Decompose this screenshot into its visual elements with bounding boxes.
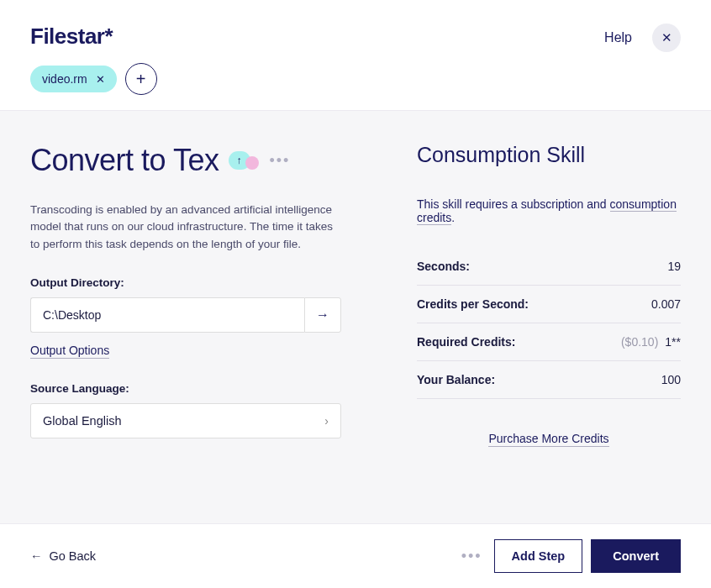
go-back-button[interactable]: ← Go Back [30, 549, 96, 563]
footer: ← Go Back ••• Add Step Convert [0, 523, 711, 588]
purchase-credits-link[interactable]: Purchase More Credits [488, 432, 608, 447]
main-content: Convert to Tex ↑ ••• Transcoding is enab… [0, 110, 711, 523]
stat-label: Seconds: [417, 260, 470, 273]
logo: Filestar* [30, 24, 157, 50]
stat-label: Required Credits: [417, 335, 515, 349]
add-file-button[interactable]: + [125, 63, 157, 95]
source-lang-select[interactable]: Global English › [30, 403, 341, 438]
left-column: Convert to Tex ↑ ••• Transcoding is enab… [30, 143, 341, 507]
file-chip-label: video.rm [42, 72, 87, 86]
stat-value: 19 [667, 260, 681, 273]
output-dir-input[interactable] [30, 297, 304, 333]
description: Transcoding is enabled by an advanced ar… [30, 202, 341, 253]
req-post: . [451, 211, 455, 224]
output-dir-row: → [30, 297, 341, 333]
source-lang-label: Source Language: [30, 382, 341, 395]
arrow-right-icon: → [316, 307, 329, 323]
header-right: Help ✕ [604, 24, 681, 52]
footer-right: ••• Add Step Convert [461, 539, 681, 573]
header: Filestar* video.rm ✕ + Help ✕ [0, 0, 711, 110]
right-column: Consumption Skill This skill requires a … [417, 143, 681, 507]
stat-cost: ($0.10) [621, 335, 658, 349]
more-options-icon[interactable]: ••• [269, 152, 290, 170]
go-back-label: Go Back [50, 549, 97, 563]
close-icon: ✕ [661, 30, 672, 45]
arrow-left-icon: ← [30, 549, 43, 563]
cloud-upload-icon: ↑ [229, 151, 259, 170]
convert-button[interactable]: Convert [591, 539, 681, 573]
stat-value: 100 [661, 373, 681, 386]
stat-label: Credits per Second: [417, 297, 529, 311]
help-link[interactable]: Help [604, 30, 632, 45]
stat-row-balance: Your Balance: 100 [417, 361, 681, 399]
add-step-button[interactable]: Add Step [494, 539, 583, 573]
stat-row-cps: Credits per Second: 0.007 [417, 286, 681, 323]
file-chip[interactable]: video.rm ✕ [30, 66, 117, 92]
file-row: video.rm ✕ + [30, 63, 157, 95]
page-title: Convert to Tex [30, 143, 219, 178]
browse-dir-button[interactable]: → [304, 297, 341, 333]
stat-row-required: Required Credits: ($0.10)1** [417, 323, 681, 361]
footer-more-icon[interactable]: ••• [461, 548, 482, 565]
title-row: Convert to Tex ↑ ••• [30, 143, 341, 178]
requirement-text: This skill requires a subscription and c… [417, 197, 681, 224]
close-button[interactable]: ✕ [652, 24, 681, 52]
stat-value: 1** [665, 335, 681, 349]
stat-value: 0.007 [651, 297, 681, 311]
stat-row-seconds: Seconds: 19 [417, 248, 681, 286]
remove-file-icon[interactable]: ✕ [96, 73, 105, 86]
source-lang-value: Global English [43, 414, 122, 428]
output-dir-label: Output Directory: [30, 276, 341, 289]
stat-value-wrap: ($0.10)1** [621, 335, 681, 349]
consumption-title: Consumption Skill [417, 143, 681, 167]
chevron-right-icon: › [324, 414, 329, 428]
req-pre: This skill requires a subscription and [417, 197, 610, 211]
purchase-row: Purchase More Credits [417, 431, 681, 470]
output-options-link[interactable]: Output Options [30, 344, 109, 359]
header-left: Filestar* video.rm ✕ + [30, 24, 157, 95]
stat-label: Your Balance: [417, 373, 495, 386]
